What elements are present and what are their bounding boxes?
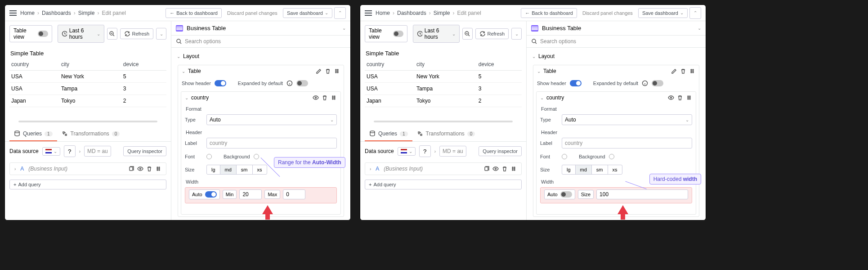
refresh-interval-button[interactable]: ⌄ (511, 28, 522, 40)
drag-icon[interactable] (155, 166, 161, 172)
font-radio[interactable] (206, 154, 212, 159)
trash-icon[interactable] (322, 94, 328, 101)
background-radio[interactable] (254, 154, 259, 159)
seg-md[interactable]: md (220, 165, 237, 174)
trash-icon[interactable] (146, 166, 152, 172)
tab-queries[interactable]: Queries 1 (365, 127, 412, 141)
back-button[interactable]: ← Back to dashboard (521, 8, 577, 18)
zoom-out-button[interactable] (462, 28, 473, 40)
table-view-switch[interactable] (393, 31, 403, 37)
crumb-simple[interactable]: Simple (78, 10, 95, 16)
discard-button[interactable]: Discard panel changes (579, 9, 636, 18)
eye-icon[interactable] (668, 94, 674, 101)
refresh-button[interactable]: Refresh (475, 28, 509, 39)
col-country[interactable]: country (365, 58, 415, 71)
search-options-input[interactable]: Search options (176, 38, 346, 45)
expanded-toggle[interactable] (652, 80, 663, 86)
search-options-input[interactable]: Search options (531, 38, 701, 45)
tab-queries[interactable]: Queries 1 (9, 127, 57, 141)
label-input[interactable] (206, 138, 337, 148)
crumb-home[interactable]: Home (376, 10, 390, 16)
expression-input[interactable] (84, 146, 111, 157)
scrollbar[interactable] (18, 121, 157, 122)
trash-icon[interactable] (325, 68, 331, 74)
seg-sm[interactable]: sm (237, 165, 253, 174)
eye-icon[interactable] (492, 166, 499, 172)
size-input[interactable] (596, 189, 688, 199)
collapse-button[interactable]: ⌃ (334, 7, 346, 19)
time-range-picker[interactable]: Last 6 hours ⌄ (58, 25, 104, 43)
edit-icon[interactable] (671, 68, 677, 74)
copy-icon[interactable] (483, 166, 490, 172)
seg-xs[interactable]: xs (253, 165, 267, 174)
zoom-out-button[interactable] (107, 28, 117, 40)
size-segments[interactable]: lg md sm xs (206, 165, 267, 175)
tab-transformations[interactable]: Transformations 0 (57, 127, 125, 141)
font-radio[interactable] (562, 154, 567, 159)
type-select[interactable]: Auto⌄ (562, 114, 692, 125)
crumb-dashboards[interactable]: Dashboards (42, 10, 71, 16)
col-city[interactable]: city (59, 58, 121, 71)
add-query-button[interactable]: + Add query (9, 180, 166, 189)
menu-icon[interactable] (365, 10, 372, 16)
chevron-right-icon[interactable]: › (434, 149, 436, 154)
col-device[interactable]: device (477, 58, 522, 71)
drag-icon[interactable] (331, 94, 337, 101)
eye-icon[interactable] (137, 166, 143, 172)
datasource-select[interactable]: ⌄ (42, 147, 60, 156)
seg-md[interactable]: md (576, 165, 592, 174)
eye-icon[interactable] (313, 94, 319, 101)
query-inspector-button[interactable]: Query inspector (123, 146, 166, 156)
col-country[interactable]: country (9, 58, 59, 71)
label-input[interactable] (562, 138, 692, 148)
type-select[interactable]: Auto⌄ (206, 114, 337, 125)
drag-icon[interactable] (686, 94, 692, 101)
tab-transformations[interactable]: Transformations 0 (412, 127, 480, 141)
save-button[interactable]: Save dashboard ⌄ (283, 8, 332, 18)
datasource-select[interactable]: ⌄ (398, 147, 416, 156)
section-layout[interactable]: ⌄Layout (171, 50, 350, 62)
viz-name[interactable]: Business Table (542, 25, 581, 32)
crumb-dashboards[interactable]: Dashboards (397, 10, 426, 16)
min-input[interactable] (239, 189, 262, 199)
section-layout[interactable]: ⌄Layout (527, 50, 706, 62)
max-input[interactable] (283, 189, 305, 199)
trash-icon[interactable] (501, 166, 508, 172)
copy-icon[interactable] (128, 166, 134, 172)
info-icon[interactable] (642, 80, 648, 86)
edit-icon[interactable] (316, 68, 322, 74)
col-city[interactable]: city (415, 58, 477, 71)
back-button[interactable]: ← Back to dashboard (166, 8, 222, 18)
query-row[interactable]: › A (Business Input) (365, 162, 522, 175)
crumb-simple[interactable]: Simple (434, 10, 450, 16)
info-icon[interactable] (286, 80, 293, 86)
menu-icon[interactable] (9, 10, 17, 16)
crumb-home[interactable]: Home (20, 10, 35, 16)
time-range-picker[interactable]: Last 6 hours ⌄ (413, 25, 460, 43)
discard-button[interactable]: Discard panel changes (224, 9, 281, 18)
expression-input[interactable] (439, 146, 466, 157)
query-inspector-button[interactable]: Query inspector (479, 146, 522, 156)
show-header-toggle[interactable] (570, 80, 582, 86)
auto-width-toggle[interactable] (560, 191, 572, 198)
seg-lg[interactable]: lg (562, 165, 576, 174)
trash-icon[interactable] (677, 94, 683, 101)
section-country[interactable]: ⌄country (181, 92, 340, 104)
seg-xs[interactable]: xs (608, 165, 622, 174)
table-view-toggle[interactable]: Table view (365, 25, 407, 42)
seg-lg[interactable]: lg (207, 165, 220, 174)
scrollbar[interactable] (374, 121, 513, 122)
section-table[interactable]: ⌄Table (178, 65, 344, 77)
background-radio[interactable] (609, 154, 614, 159)
ds-help-button[interactable]: ? (419, 145, 431, 157)
col-device[interactable]: device (121, 58, 166, 71)
save-button[interactable]: Save dashboard ⌄ (638, 8, 688, 18)
size-segments[interactable]: lg md sm xs (562, 165, 622, 175)
drag-icon[interactable] (334, 68, 340, 74)
seg-sm[interactable]: sm (592, 165, 608, 174)
chevron-right-icon[interactable]: › (79, 149, 81, 154)
drag-icon[interactable] (510, 166, 517, 172)
section-country[interactable]: ⌄country (537, 92, 696, 104)
section-table[interactable]: ⌄Table (533, 65, 699, 77)
auto-width-toggle[interactable] (205, 191, 217, 198)
